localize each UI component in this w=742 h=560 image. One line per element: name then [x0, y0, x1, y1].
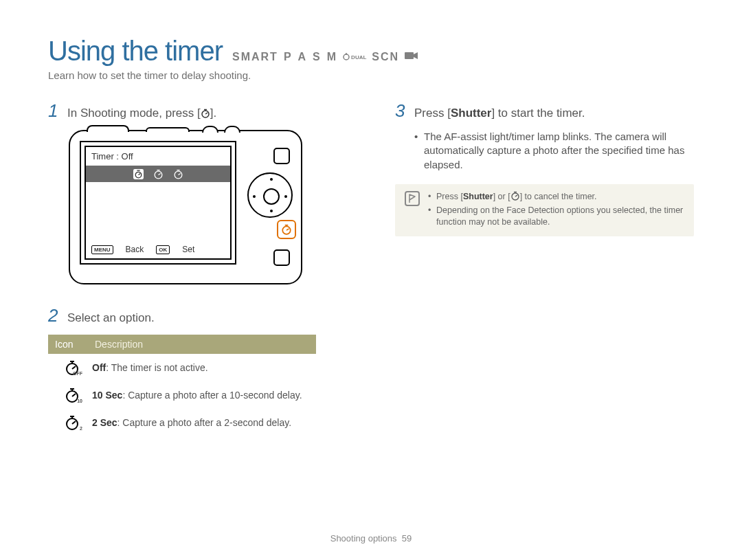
menu-key-icon: MENU — [91, 245, 113, 254]
step-3: 3 Press [Shutter] to start the timer. — [395, 100, 694, 122]
options-header-description: Description — [88, 335, 316, 354]
mode-m: M — [327, 51, 337, 63]
page-title: Using the timer — [48, 36, 223, 67]
svg-line-22 — [72, 366, 76, 369]
options-table: Icon Description OFF Off: The timer is n… — [48, 335, 316, 436]
step-3-bullet: The AF-assist light/timer lamp blinks. T… — [414, 130, 694, 172]
footer-page-number: 59 — [402, 533, 412, 544]
step-1-number: 1 — [48, 100, 60, 122]
footer-section: Shooting options — [330, 533, 397, 544]
svg-point-0 — [344, 54, 349, 60]
mode-a: A — [298, 51, 308, 63]
camera-dpad — [247, 172, 293, 218]
ok-key-icon: OK — [156, 245, 170, 254]
mode-smart: SMART — [232, 51, 278, 63]
note-item-1: Press [Shutter] or [] to cancel the time… — [428, 191, 684, 203]
timer-icon — [201, 109, 210, 118]
note-box: Press [Shutter] or [] to cancel the time… — [395, 184, 694, 237]
step-3-text: Press [Shutter] to start the timer. — [414, 107, 585, 120]
camera-diagram: Timer : Off MENU Back OK Set — [69, 130, 347, 284]
page-header: Using the timer SMART P A S M DUAL SCN — [48, 36, 694, 67]
mode-p: P — [284, 51, 293, 63]
timer-2-icon — [173, 169, 183, 179]
mode-dual-icon: DUAL — [343, 53, 366, 61]
intro-text: Learn how to set the timer to delay shoo… — [48, 69, 694, 81]
svg-rect-2 — [405, 52, 414, 59]
svg-line-26 — [72, 394, 76, 396]
left-column: 1 In Shooting mode, press [ ]. Timer : O… — [48, 100, 347, 436]
content-columns: 1 In Shooting mode, press [ ]. Timer : O… — [48, 100, 694, 436]
mode-s: S — [313, 51, 322, 63]
timer-10-row-icon: 10 — [65, 388, 80, 403]
camera-lcd: Timer : Off MENU Back OK Set — [80, 141, 236, 265]
options-header-icon: Icon — [48, 335, 88, 354]
mode-scn: SCN — [372, 51, 399, 63]
timer-off-row-icon: OFF — [65, 360, 80, 375]
note-list: Press [Shutter] or [] to cancel the time… — [428, 191, 684, 230]
option-row-off: OFF Off: The timer is not active. — [48, 354, 316, 381]
camera-button-bottom — [273, 249, 290, 266]
mode-strip: SMART P A S M DUAL SCN — [232, 51, 418, 63]
option-row-10sec: 10 10 Sec: Capture a photo after a 10-se… — [48, 381, 316, 409]
step-1: 1 In Shooting mode, press [ ]. — [48, 100, 347, 122]
step-1-text: In Shooting mode, press [ ]. — [67, 107, 216, 120]
timer-10-icon — [153, 169, 164, 179]
svg-line-30 — [72, 421, 76, 424]
mode-movie-icon — [405, 51, 418, 63]
svg-line-35 — [515, 195, 517, 197]
step-2-text: Select an option. — [67, 311, 155, 325]
options-table-header: Icon Description — [48, 335, 316, 354]
page-footer: Shooting options 59 — [0, 533, 742, 544]
camera-button-top — [273, 148, 290, 164]
step-3-detail: The AF-assist light/timer lamp blinks. T… — [414, 130, 694, 172]
lcd-set-label: Set — [182, 245, 194, 254]
timer-button-highlight — [277, 220, 296, 239]
step-2: 2 Select an option. — [48, 305, 347, 326]
timer-2-row-icon: 2 — [65, 415, 80, 430]
lcd-title: Timer : Off — [86, 147, 230, 166]
lcd-bottom-bar: MENU Back OK Set — [86, 240, 230, 258]
svg-line-4 — [205, 113, 207, 114]
timer-off-icon — [133, 169, 144, 179]
step-3-number: 3 — [395, 100, 407, 122]
lcd-back-label: Back — [126, 245, 144, 254]
step-2-number: 2 — [48, 305, 60, 326]
right-column: 3 Press [Shutter] to start the timer. Th… — [395, 100, 694, 436]
note-icon — [405, 191, 420, 206]
svg-line-18 — [286, 229, 289, 230]
note-item-2: Depending on the Face Detection options … — [428, 205, 684, 228]
svg-line-15 — [178, 173, 180, 175]
timer-icon-inline — [510, 191, 520, 201]
svg-line-12 — [158, 173, 160, 175]
option-row-2sec: 2 2 Sec: Capture a photo after a 2-secon… — [48, 409, 316, 436]
lcd-option-bar — [86, 166, 230, 182]
